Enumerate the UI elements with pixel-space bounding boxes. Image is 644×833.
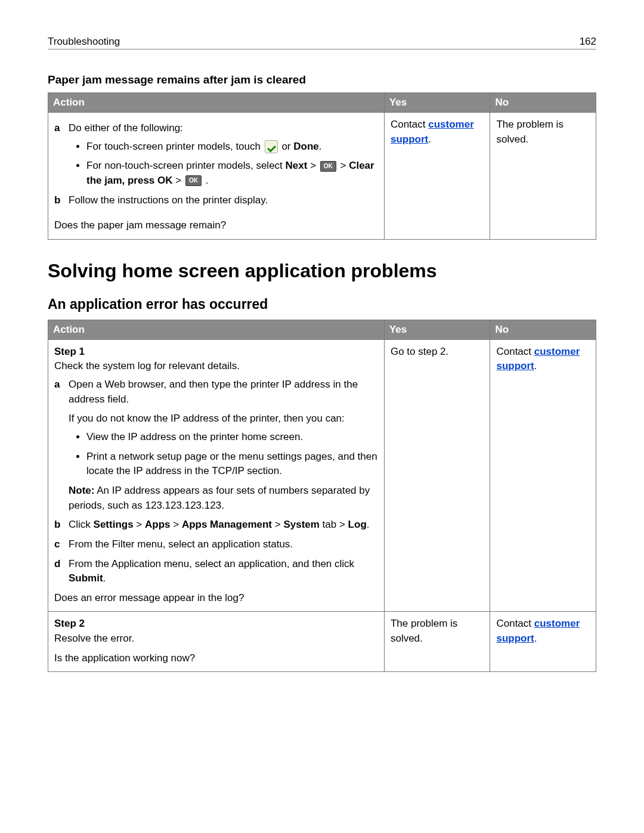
table-row: a Do either of the following: For touch-… <box>48 113 596 240</box>
yes-cell: The problem is solved. <box>384 612 490 672</box>
ok-button-icon: OK <box>185 175 202 186</box>
no-cell: Contact customer support. <box>490 339 596 612</box>
step-b-text: Follow the instructions on the printer d… <box>69 194 268 206</box>
no-cell: Contact customer support. <box>490 612 596 672</box>
troubleshoot-table-paper-jam: Action Yes No a Do either of the followi… <box>48 92 596 240</box>
col-no: No <box>490 320 596 339</box>
step-label: Step 2 <box>54 617 378 631</box>
col-yes: Yes <box>384 320 490 339</box>
section-name: Troubleshooting <box>48 36 120 48</box>
question-text: Is the application working now? <box>54 651 378 666</box>
question-text: Does the paper jam message remain? <box>54 218 378 233</box>
ok-button-icon: OK <box>320 161 336 172</box>
step-a-note1: If you do not know the IP address of the… <box>69 411 378 426</box>
step-c: From the Filter menu, select an applicat… <box>69 538 293 550</box>
col-no: No <box>490 93 596 113</box>
section-heading-home-screen: Solving home screen application problems <box>48 260 596 282</box>
subsection-heading-app-error: An application error has occurred <box>48 296 596 312</box>
yes-cell: Contact customer support. <box>384 113 490 240</box>
step-d: From the Application menu, select an app… <box>69 558 354 584</box>
note-text: Note: An IP address appears as four sets… <box>69 484 378 513</box>
col-action: Action <box>48 93 385 113</box>
step-a: Open a Web browser, and then type the pr… <box>69 379 358 405</box>
step-text: Resolve the error. <box>54 631 378 646</box>
page-header: Troubleshooting 162 <box>48 36 596 49</box>
step-intro: Check the system log for relevant detail… <box>54 359 378 374</box>
list-item: For non-touch-screen printer models, sel… <box>86 159 378 188</box>
check-icon <box>265 140 278 153</box>
troubleshoot-table-app-error: Action Yes No Step 1 Check the system lo… <box>48 320 596 673</box>
table-row: Step 1 Check the system log for relevant… <box>48 339 596 612</box>
page-number: 162 <box>580 36 596 48</box>
col-yes: Yes <box>384 93 490 113</box>
subsection-title-paper-jam: Paper jam message remains after jam is c… <box>48 73 596 86</box>
table-row: Step 2 Resolve the error. Is the applica… <box>48 612 596 672</box>
step-label: Step 1 <box>54 345 378 360</box>
list-item: For touch-screen printer models, touch o… <box>86 140 378 154</box>
yes-cell: Go to step 2. <box>384 339 490 612</box>
no-cell: The problem is solved. <box>490 113 596 240</box>
list-item: View the IP address on the printer home … <box>86 430 378 445</box>
step-b: Click Settings > Apps > Apps Management … <box>69 519 370 530</box>
col-action: Action <box>48 320 385 339</box>
list-item: Print a network setup page or the menu s… <box>86 450 378 479</box>
question-text: Does an error message appear in the log? <box>54 591 378 606</box>
step-a-intro: Do either of the following: <box>69 122 183 134</box>
